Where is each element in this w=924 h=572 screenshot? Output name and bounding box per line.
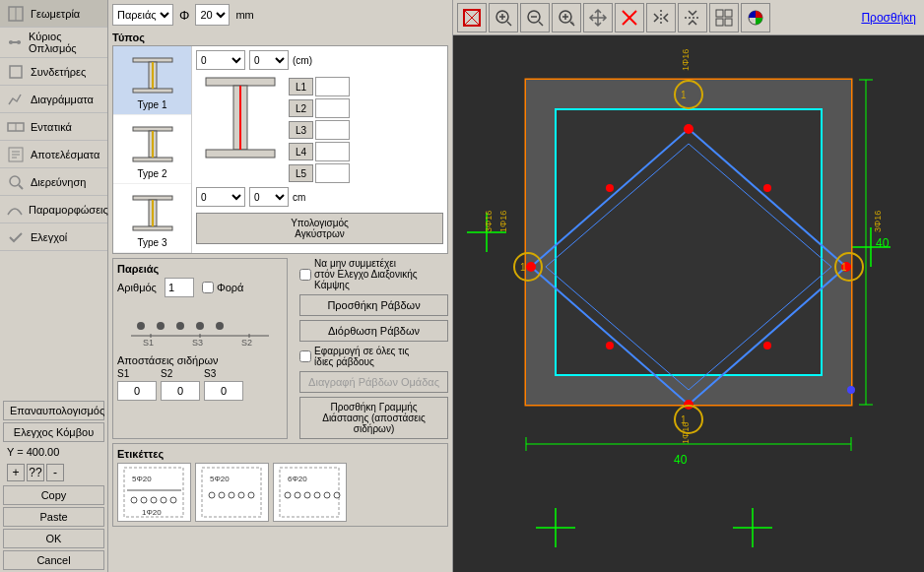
- sidebar-item-checks[interactable]: Ελεγχοί: [0, 223, 107, 251]
- dim2-dropdown[interactable]: 0: [249, 50, 289, 70]
- type-item-1[interactable]: Type 1: [113, 46, 191, 115]
- top-toolbar: + Προσθήκη: [453, 0, 924, 35]
- sidebar-item-investigation[interactable]: Διερεύνηση: [0, 168, 107, 196]
- grid-button[interactable]: [709, 3, 739, 32]
- zoom-in-button[interactable]: [489, 3, 518, 32]
- left-sidebar: Γεωμετρία Κύριος Οπλισμός Συνδετήρες Δια…: [0, 0, 108, 572]
- action-buttons-panel: Να μην συμμετέχει στόν Ελεγχο Διαξονικής…: [299, 258, 448, 439]
- distances-section: Αποστάσεις σιδήρων S1 S2 S3: [117, 354, 283, 401]
- apply-all-checkbox[interactable]: [299, 350, 311, 362]
- svg-text:1Φ16: 1Φ16: [681, 422, 691, 444]
- l3-button[interactable]: L3: [289, 121, 313, 139]
- paste-button[interactable]: Paste: [3, 507, 104, 527]
- svg-text:40: 40: [674, 453, 688, 467]
- l3-input[interactable]: [315, 120, 350, 140]
- l1-button[interactable]: L1: [289, 78, 313, 95]
- s2-input[interactable]: [161, 381, 200, 401]
- mirror-h-button[interactable]: [646, 3, 676, 32]
- pan-button[interactable]: [583, 3, 613, 32]
- right-panel: + Προσθήκη: [453, 0, 924, 572]
- s3-input[interactable]: [204, 381, 243, 401]
- cancel-button[interactable]: Cancel: [3, 550, 104, 570]
- zoom-custom-button[interactable]: +: [552, 3, 581, 32]
- type-item-3[interactable]: Type 3: [113, 184, 191, 253]
- ok-button[interactable]: OK: [3, 529, 104, 548]
- dim-row-2: 0 0 cm: [196, 187, 443, 207]
- fora-checkbox-label: Φορά: [202, 282, 244, 293]
- svg-rect-26: [206, 78, 275, 86]
- type-item-2[interactable]: Type 2: [113, 115, 191, 184]
- deform-icon: [6, 200, 24, 220]
- type-detail: 0 0 (cm): [192, 46, 447, 253]
- add-rods-button[interactable]: Προσθήκη Ράβδων: [299, 294, 448, 316]
- type-section: Type 1 Type 2: [112, 45, 448, 254]
- delete-group-button[interactable]: Διαγραφή Ράβδων Ομάδας: [299, 371, 448, 393]
- l2-input[interactable]: [315, 98, 350, 118]
- s1-input[interactable]: [117, 381, 157, 401]
- svg-text:1Φ16: 1Φ16: [498, 211, 508, 232]
- question-button[interactable]: ??: [27, 464, 44, 481]
- recalculate-button[interactable]: Επαναυπολογισμός: [3, 401, 104, 420]
- sidebar-item-stirrup[interactable]: Συνδετήρες: [0, 58, 107, 86]
- sidebar-item-geometry[interactable]: Γεωμετρία: [0, 0, 107, 28]
- calc-ankistron-button[interactable]: ΥπολογισμόςΑγκύστρων: [196, 213, 443, 244]
- sidebar-item-deform[interactable]: Παραμορφώσεις: [0, 196, 107, 223]
- etiketes-svg-3: 6Φ20: [278, 466, 342, 520]
- etiketes-svg-1: 5Φ20 1Φ20: [122, 466, 186, 520]
- check-node-button[interactable]: Ελεγχος Κόμβου: [3, 422, 104, 442]
- exclude-checkbox[interactable]: [299, 269, 311, 281]
- fora-checkbox[interactable]: [202, 282, 214, 293]
- etiketes-item-3[interactable]: 6Φ20: [273, 463, 347, 522]
- svg-text:5Φ20: 5Φ20: [210, 475, 230, 483]
- l5-input[interactable]: [315, 163, 350, 183]
- pareas-dropdown[interactable]: Παρειάς: [112, 4, 173, 26]
- type-1-canvas: [123, 50, 182, 99]
- ibeam-area: L1 L2 L3: [196, 73, 443, 183]
- svg-text:1Φ16: 1Φ16: [681, 49, 691, 71]
- svg-text:1: 1: [681, 90, 687, 100]
- phi-symbol: Φ: [179, 8, 189, 23]
- dim1-dropdown[interactable]: 0: [196, 50, 245, 70]
- svg-text:S2: S2: [241, 338, 252, 348]
- etiketes-item-2[interactable]: 5Φ20: [195, 463, 269, 522]
- typos-label: Τύπος: [112, 32, 448, 43]
- canvas-area: 1 1 1 1 3Φ16 1Φ16 3Φ16 1Φ16 1Φ16: [453, 35, 924, 572]
- l4-button[interactable]: L4: [289, 143, 313, 160]
- svg-point-30: [137, 322, 145, 330]
- number-input[interactable]: [165, 278, 194, 297]
- close-red-button[interactable]: [615, 3, 644, 32]
- plus-button[interactable]: +: [7, 464, 25, 481]
- sidebar-item-results[interactable]: Αποτελέσματα: [0, 141, 107, 168]
- l1-row: L1: [289, 77, 350, 96]
- sidebar-item-forces-label: Εντατικά: [31, 121, 72, 133]
- l4-row: L4: [289, 142, 350, 161]
- minus-button[interactable]: -: [46, 464, 64, 481]
- l1-input[interactable]: [315, 77, 350, 96]
- l5-button[interactable]: L5: [289, 164, 313, 182]
- copy-button[interactable]: Copy: [3, 485, 104, 505]
- svg-point-32: [176, 322, 184, 330]
- dim3-dropdown[interactable]: 0: [196, 187, 245, 207]
- dim4-dropdown[interactable]: 0: [249, 187, 289, 207]
- phi-value-dropdown[interactable]: 20: [195, 4, 230, 26]
- mirror-v-button[interactable]: [678, 3, 707, 32]
- l4-input[interactable]: [315, 142, 350, 161]
- sidebar-item-forces[interactable]: Εντατικά: [0, 113, 107, 141]
- fix-rods-button[interactable]: Διόρθωση Ράβδων: [299, 320, 448, 342]
- color-button[interactable]: [741, 3, 770, 32]
- svg-point-108: [526, 262, 536, 272]
- add-dim-line-button[interactable]: Προσθήκη ΓραμμήςΔιάστασης (αποστάσειςσιδ…: [299, 397, 448, 439]
- zoom-out-button[interactable]: [520, 3, 550, 32]
- cm-label: (cm): [293, 55, 312, 66]
- sidebar-item-rebar[interactable]: Κύριος Οπλισμός: [0, 28, 107, 58]
- l2-button[interactable]: L2: [289, 99, 313, 117]
- svg-text:5Φ20: 5Φ20: [132, 475, 152, 483]
- check-icon: [6, 227, 26, 247]
- main-canvas-svg: 1 1 1 1 3Φ16 1Φ16 3Φ16 1Φ16 1Φ16: [453, 35, 924, 572]
- prosthiki-link[interactable]: Προσθήκη: [861, 11, 916, 25]
- etiketes-item-1[interactable]: 5Φ20 1Φ20: [117, 463, 191, 522]
- sidebar-item-diagrams[interactable]: Διαγράμματα: [0, 86, 107, 113]
- svg-text:3Φ16: 3Φ16: [873, 211, 883, 232]
- svg-rect-88: [725, 10, 732, 17]
- zoom-fit-button[interactable]: [457, 3, 487, 32]
